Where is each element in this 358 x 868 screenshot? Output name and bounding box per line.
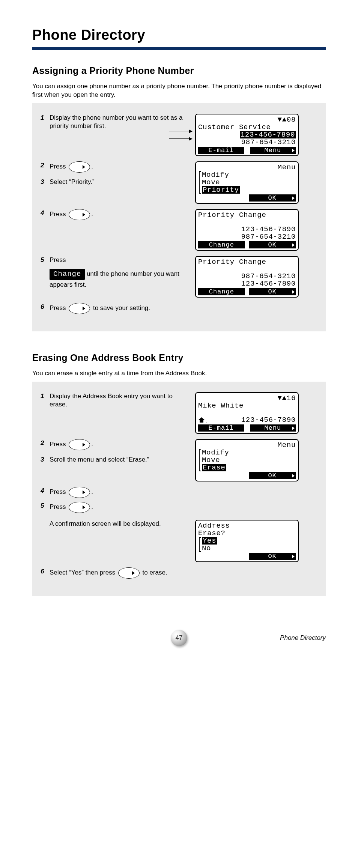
softkey-change[interactable]: Change bbox=[198, 241, 245, 248]
lcd-screen: Menu Modify Move Priority OK bbox=[195, 161, 299, 204]
lcd-header: Menu bbox=[198, 164, 296, 171]
lcd-title: Customer Service bbox=[198, 123, 296, 131]
step: 6 Press to save your setting. bbox=[41, 303, 191, 314]
step: 4 Press . bbox=[41, 487, 191, 498]
lcd-header: ▼▲16 bbox=[198, 394, 296, 402]
option-yes[interactable]: Yes bbox=[202, 537, 217, 545]
step-body: Display the phone number you want to set… bbox=[50, 114, 191, 130]
lcd-screen: Priority Change 123-456-7890 987-654-321… bbox=[195, 209, 299, 251]
menu-item[interactable]: Modify bbox=[202, 171, 296, 179]
step-num: 4 bbox=[41, 487, 47, 495]
lcd-header: Menu bbox=[198, 441, 296, 449]
right-soft-key-icon bbox=[69, 303, 90, 314]
lcd-row: 123-456-7890 bbox=[198, 280, 296, 287]
step: 5 Press bbox=[41, 256, 191, 264]
step: 4 Press . bbox=[41, 209, 191, 220]
lcd-screen: ▼▲08 Customer Service 123-456-7890 987-6… bbox=[195, 114, 299, 156]
lcd-screen: Menu Modify Move Erase OK bbox=[195, 439, 299, 481]
bracket-icon bbox=[199, 171, 201, 194]
right-soft-key-icon bbox=[69, 161, 90, 173]
softkey-menu[interactable]: Menu bbox=[250, 424, 296, 432]
step: 2 Press . bbox=[41, 161, 191, 173]
bracket-icon bbox=[199, 537, 201, 552]
menu-item[interactable]: Move bbox=[202, 456, 296, 464]
step-body: Press . bbox=[50, 502, 191, 513]
step-note: A confirmation screen will be displayed. bbox=[41, 520, 191, 528]
chapter-title: Phone Directory bbox=[32, 26, 326, 45]
softkey-ok[interactable]: OK bbox=[249, 288, 296, 295]
section-erase-title: Erasing One Address Book Entry bbox=[32, 352, 326, 363]
softkey-ok[interactable]: OK bbox=[249, 241, 296, 248]
step-body: Press . bbox=[50, 487, 191, 498]
lcd-screen: Address Erase? Yes No OK bbox=[195, 520, 299, 562]
step: 5 Press . bbox=[41, 502, 191, 513]
lcd-row: 987-654-3210 bbox=[198, 233, 296, 241]
change-label: Change bbox=[50, 269, 85, 280]
step-body: Scroll the menu and select “Erase.” bbox=[50, 456, 191, 464]
menu-item-selected[interactable]: Priority bbox=[202, 186, 240, 194]
right-soft-key-icon bbox=[69, 209, 90, 220]
page-number-sphere: 47 bbox=[171, 630, 187, 646]
softkey-email[interactable]: E-mail bbox=[198, 147, 244, 154]
right-soft-key-icon bbox=[69, 502, 90, 513]
lcd-row: 123-456-7890 bbox=[198, 226, 296, 233]
arrow-icon bbox=[169, 131, 192, 131]
step-num: 1 bbox=[41, 392, 47, 400]
lcd-row: Address bbox=[198, 522, 296, 530]
step-body: Press . bbox=[50, 439, 191, 450]
priority-panel: 1 Display the phone number you want to s… bbox=[32, 103, 326, 331]
step: 6 Select “Yes” then press to erase. bbox=[41, 567, 191, 579]
step-body: Press . bbox=[50, 209, 191, 220]
softkey-ok[interactable]: OK bbox=[249, 194, 296, 202]
step-num: 4 bbox=[41, 209, 47, 217]
step-num: 6 bbox=[41, 303, 47, 311]
softkey-email[interactable]: E-mail bbox=[198, 424, 244, 432]
lcd-row: Erase? bbox=[198, 530, 296, 537]
step-num: 3 bbox=[41, 456, 47, 464]
step-num: 3 bbox=[41, 178, 47, 186]
erase-panel: 1 Display the Address Book entry you wan… bbox=[32, 382, 326, 596]
option-no[interactable]: No bbox=[202, 545, 296, 552]
step: 2 Press . bbox=[41, 439, 191, 450]
chapter-rule bbox=[32, 47, 326, 50]
softkey-ok[interactable]: OK bbox=[249, 472, 296, 479]
step: 3 Select “Priority.” bbox=[41, 178, 191, 186]
bracket-icon bbox=[199, 449, 201, 471]
step-body: Display the Address Book entry you want … bbox=[50, 392, 191, 409]
step-num: 2 bbox=[41, 439, 47, 447]
step-num: 1 bbox=[41, 114, 47, 122]
step: 3 Scroll the menu and select “Erase.” bbox=[41, 456, 191, 464]
step-body: Press . bbox=[50, 161, 191, 173]
lcd-title: Priority Change bbox=[198, 211, 296, 219]
menu-item[interactable]: Modify bbox=[202, 449, 296, 456]
section-erase-intro: You can erase a single entry at a time f… bbox=[32, 369, 326, 378]
lcd-row: 987-654-3210 bbox=[198, 272, 296, 280]
step-body: Press to save your setting. bbox=[50, 303, 191, 314]
lcd-screen: Priority Change 987-654-3210 123-456-789… bbox=[195, 256, 299, 298]
right-soft-key-icon bbox=[118, 567, 140, 579]
step-body: Press bbox=[50, 256, 191, 264]
step-num: 2 bbox=[41, 161, 47, 170]
lcd-row: 123-456-7890 bbox=[198, 416, 296, 424]
softkey-change[interactable]: Change bbox=[198, 288, 245, 295]
lcd-title: Priority Change bbox=[198, 258, 296, 266]
right-soft-key-icon bbox=[69, 439, 90, 450]
right-soft-key-icon bbox=[69, 487, 90, 498]
footer-label: Phone Directory bbox=[280, 634, 326, 642]
softkey-menu[interactable]: Menu bbox=[250, 147, 296, 154]
lcd-header: ▼▲08 bbox=[198, 116, 296, 123]
menu-item-selected[interactable]: Erase bbox=[202, 464, 226, 471]
step: 1 Display the Address Book entry you wan… bbox=[41, 392, 191, 409]
step-num: 6 bbox=[41, 567, 47, 576]
lcd-row-selected: 123-456-7890 bbox=[240, 131, 296, 138]
step-num: 5 bbox=[41, 502, 47, 510]
menu-item[interactable]: Move bbox=[202, 179, 296, 186]
step-body: A confirmation screen will be displayed. bbox=[50, 520, 191, 528]
section-priority-intro: You can assign one phone number as a pri… bbox=[32, 82, 326, 99]
lcd-row: 987-654-3210 bbox=[198, 138, 296, 146]
section-priority-title: Assigning a Priority Phone Number bbox=[32, 65, 326, 76]
softkey-ok[interactable]: OK bbox=[249, 553, 296, 560]
step: 1 Display the phone number you want to s… bbox=[41, 114, 191, 130]
page-footer: 47 Phone Directory bbox=[32, 630, 326, 646]
lcd-screen: ▼▲16 Mike White 123-456-7890 E-mail Menu bbox=[195, 392, 299, 434]
